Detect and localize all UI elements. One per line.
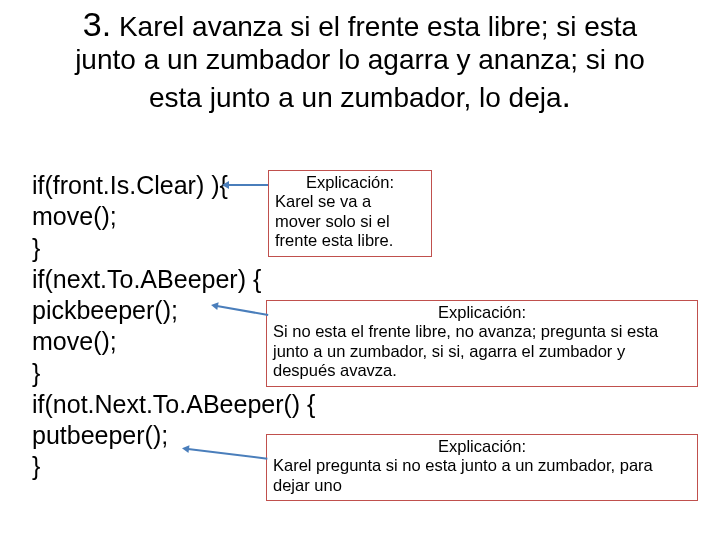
- explanation-line: junto a un zumbador, si si, agarra el zu…: [273, 342, 691, 361]
- title-final-dot: .: [562, 76, 571, 114]
- explanation-line: dejar uno: [273, 476, 691, 495]
- title-line2: junto a un zumbador lo agarra y ananza; …: [75, 44, 645, 75]
- explanation-line: después avavza.: [273, 361, 691, 380]
- explanation-line: Karel se va a: [275, 192, 425, 211]
- slide: { "title": { "num": "3.", "text_line1": …: [0, 0, 720, 540]
- explanation-header: Explicación:: [273, 437, 691, 456]
- explanation-box-2: Explicación: Si no esta el frente libre,…: [266, 300, 698, 387]
- slide-title: 3. Karel avanza si el frente esta libre;…: [58, 5, 662, 115]
- explanation-box-3: Explicación: Karel pregunta si no esta j…: [266, 434, 698, 501]
- title-number: 3.: [83, 5, 111, 43]
- code-line: if(next.To.ABeeper) {: [32, 264, 315, 295]
- explanation-line: Si no esta el frente libre, no avanza; p…: [273, 322, 691, 341]
- explanation-header: Explicación:: [275, 173, 425, 192]
- explanation-header: Explicación:: [273, 303, 691, 322]
- explanation-box-1: Explicación: Karel se va a mover solo si…: [268, 170, 432, 257]
- title-line1: Karel avanza si el frente esta libre; si…: [111, 11, 637, 42]
- explanation-line: frente esta libre.: [275, 231, 425, 250]
- code-line: if(not.Next.To.ABeeper() {: [32, 389, 315, 420]
- title-line3: esta junto a un zumbador, lo deja: [149, 82, 562, 113]
- explanation-line: mover solo si el: [275, 212, 425, 231]
- explanation-line: Karel pregunta si no esta junto a un zum…: [273, 456, 691, 475]
- arrow-icon: [228, 184, 268, 186]
